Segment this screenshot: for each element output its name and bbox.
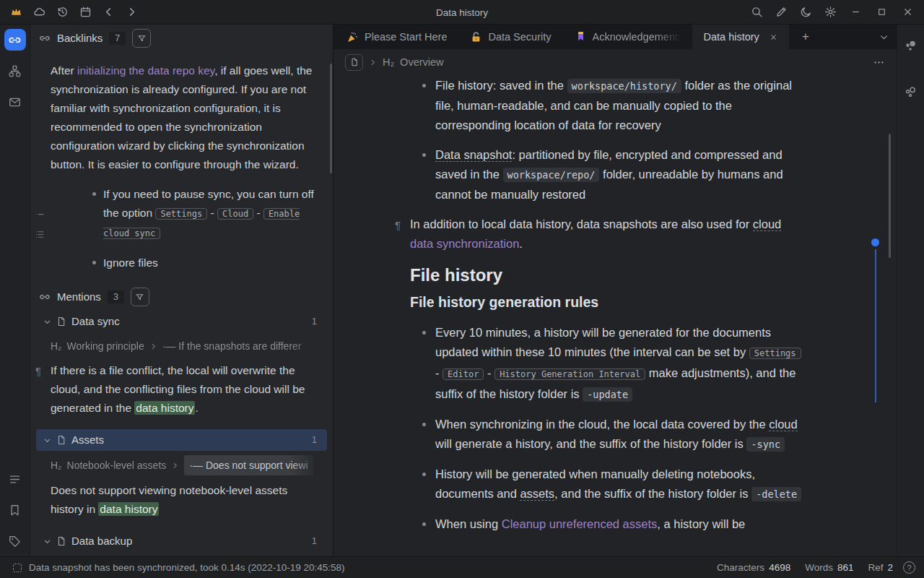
graph-local-icon[interactable] [900,35,922,56]
tab-close-icon[interactable] [770,33,777,41]
editor-list-item[interactable]: File history: saved in the workspace/his… [410,76,803,135]
mention-paragraph-container: ¶If there is a file conflict, the local … [30,355,333,418]
backlink-list-item[interactable]: Ignore files [51,254,321,272]
tab-please-start-here[interactable]: Please Start Here [335,25,458,49]
graph-global-icon[interactable] [900,81,922,103]
chevron-down-icon[interactable] [43,538,51,545]
editor-list-item[interactable]: When synchronizing in the cloud, the loc… [410,415,803,454]
mention-doc-row-data-sync[interactable]: Data sync 1 [36,311,327,332]
editor-list-item[interactable]: Data snapshot: partitioned by file, encr… [410,145,803,204]
backlink-icon [39,33,51,44]
tab-acknowledgements[interactable]: Acknowledgements [563,25,692,49]
bullet-dot [422,423,426,426]
ref-label: Ref [868,562,883,573]
heading-generation-rules[interactable]: File history generation rules [410,293,803,311]
tab-label: Acknowledgements [593,31,681,43]
title-bar: Data history [0,0,924,25]
backlink-paragraph[interactable]: After initializing the data repo key, if… [51,61,321,174]
document-chip-icon[interactable] [345,54,363,71]
mention-doc-row-assets[interactable]: Assets 1 [36,429,327,451]
crumb-heading[interactable]: Working principle [67,337,144,355]
text-run: File history [410,265,502,285]
inbox-envelope-icon[interactable] [4,91,26,113]
text-run: History Generation Interval [494,368,645,380]
panel-scrollbar[interactable] [330,64,332,173]
titlebar-right-icons [746,3,918,22]
theme-moon-icon[interactable] [796,3,816,22]
tag-dock-icon[interactable] [4,530,26,552]
crumb-list-item-highlighted[interactable]: ·—Does not support viewi [184,455,313,475]
characters-label: Characters [717,562,764,573]
editor-list-item[interactable]: Every 10 minutes, a history will be gene… [410,323,803,405]
text-run: will generate a history, and the suffix … [435,437,746,450]
new-tab-button[interactable]: + [793,25,818,49]
mention-breadcrumb[interactable]: H₂ Working principle ·—If the snapshots … [51,337,323,355]
mentions-filter-button[interactable] [131,288,149,306]
mention-doc-label: Data backup [71,532,132,551]
search-icon[interactable] [746,3,767,22]
paragraph-pilcrow-icon[interactable]: ¶ [35,362,41,381]
graph-dock-icon[interactable] [4,60,26,82]
text-run: Data snapshot [435,148,512,162]
bullet-dot [92,192,96,196]
mention-doc-label: Data sync [71,312,120,331]
text-run: assets [520,487,554,501]
text-run: data history [134,401,195,415]
outline-dock-icon[interactable] [4,468,26,490]
chevron-right-icon [171,462,179,470]
document-breadcrumb: H₂ Overview [334,49,897,75]
workspace-crown-icon[interactable] [6,3,26,22]
more-options-icon[interactable] [873,56,885,69]
app-window: Data history [0,0,924,578]
text-run: Does not support viewing notebook-level … [51,484,287,515]
cloud-sync-icon[interactable] [29,3,49,22]
help-icon[interactable]: ? [903,561,915,574]
mention-doc-row-data-backup[interactable]: Data backup 1 [36,530,327,552]
window-close-button[interactable] [897,3,918,22]
tab-data-history[interactable]: Data history [692,25,789,49]
editor-scrollbar[interactable] [889,134,891,258]
block-ref-link[interactable]: Cleanup unreferenced assets [502,517,658,530]
breadcrumb-heading[interactable]: Overview [400,56,443,68]
tab-data-security[interactable]: Data Security [458,25,562,49]
edit-pencil-icon[interactable] [771,3,791,22]
editor-scroll-area[interactable]: File history: saved in the workspace/his… [334,75,897,556]
chevron-down-icon[interactable] [43,318,51,326]
ref-count: 2 [887,562,893,573]
paragraph-pilcrow-icon[interactable]: ¶ [395,215,401,235]
mention-doc-count: 1 [312,532,317,551]
window-minimize-button[interactable] [845,3,866,22]
window-maximize-button[interactable] [871,3,892,22]
status-bar: Data snapshot has been synchronized, too… [0,556,924,578]
mention-breadcrumb[interactable]: H₂ Notebook-level assets ·—Does not supp… [51,455,323,475]
mention-doc-count: 1 [312,312,317,331]
text-run: When using [435,517,502,530]
block-ref-link[interactable]: initializing the data repo key [77,64,214,77]
block-drag-handle-icon[interactable] [35,207,45,225]
settings-gear-icon[interactable] [820,3,840,22]
tab-list-chevron-icon[interactable] [871,25,897,49]
list-block-handle-icon[interactable] [35,227,45,246]
nav-back-icon[interactable] [98,3,118,22]
daily-note-calendar-icon[interactable] [75,3,95,22]
crumb-list-item[interactable]: ·—If the snapshots are differer [162,337,302,355]
nav-forward-icon[interactable] [121,3,141,22]
data-history-icon[interactable] [52,3,72,22]
heading-level-tag: H₂ [51,456,62,475]
words-count: 861 [837,562,854,573]
crumb-heading[interactable]: Notebook-level assets [67,456,167,475]
heading-file-history[interactable]: File history [410,264,803,287]
editor-list-item[interactable]: History will be generated when manually … [410,465,803,504]
block-ref-link[interactable]: data synchronization [410,237,519,250]
mention-paragraph[interactable]: Does not support viewing notebook-level … [51,481,321,519]
list-item-glyph: ·— [189,456,203,475]
backlink-list-item[interactable]: If you need to pause sync, you can turn … [51,185,321,243]
mention-paragraph[interactable]: ¶If there is a file conflict, the local … [51,361,321,418]
backlinks-dock-icon[interactable] [4,29,26,51]
text-run: File history generation rules [410,294,598,310]
chevron-down-icon[interactable] [43,436,51,444]
bookmark-dock-icon[interactable] [4,499,26,521]
editor-paragraph[interactable]: ¶In addition to local data history, data… [410,215,803,254]
backlinks-filter-button[interactable] [132,29,151,48]
editor-list-item[interactable]: When using Cleanup unreferenced assets, … [410,514,803,534]
